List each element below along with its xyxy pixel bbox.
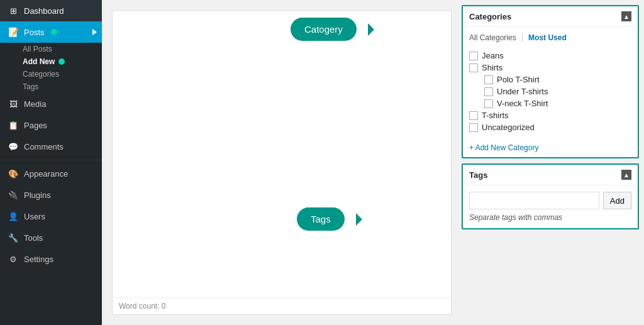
cursor-indicator (51, 29, 57, 35)
tags-panel-title: Tags (469, 170, 487, 180)
tools-icon: 🔧 (8, 232, 19, 243)
categories-scroll-up[interactable]: ▲ (621, 11, 631, 21)
sidebar-item-appearance[interactable]: 🎨 Appearance (0, 163, 102, 184)
category-item[interactable]: Jeans (469, 50, 631, 62)
tags-hint: Separate tags with commas (469, 209, 631, 222)
sidebar-label-posts: Posts (24, 28, 45, 37)
editor-area: Catogery Tags Word count: 0 (102, 0, 462, 325)
sidebar-label-plugins: Plugins (24, 190, 51, 200)
sidebar-item-tools[interactable]: 🔧 Tools (0, 227, 102, 248)
categories-tabs: All Categories | Most Used (463, 27, 638, 46)
sidebar-label-media: Media (24, 99, 46, 109)
right-panel: Categories ▲ All Categories | Most Used … (462, 0, 644, 325)
sidebar-item-users[interactable]: 👤 Users (0, 206, 102, 227)
category-checkbox[interactable] (469, 63, 478, 72)
add-new-cursor (58, 58, 65, 65)
tags-bubble: Tags (297, 207, 345, 231)
sidebar-divider-1 (0, 160, 102, 160)
sidebar-label-users: Users (24, 212, 45, 221)
sidebar: ⊞ Dashboard 📝 Posts All Posts Add New Ca… (0, 0, 102, 325)
categories-panel-title: Categories (469, 12, 511, 21)
sidebar-item-plugins[interactable]: 🔌 Plugins (0, 184, 102, 206)
category-item[interactable]: Under T-shirts (469, 85, 631, 97)
sidebar-label-comments: Comments (24, 142, 64, 151)
word-count: Word count: 0 (113, 297, 451, 314)
posts-icon: 📝 (8, 26, 19, 38)
category-item[interactable]: Shirts (469, 62, 631, 74)
content-area: Catogery Tags Word count: 0 Categories ▲… (102, 0, 644, 325)
sidebar-item-media[interactable]: 🖼 Media (0, 93, 102, 114)
media-icon: 🖼 (8, 98, 19, 109)
sidebar-label-pages: Pages (24, 121, 47, 130)
tags-body: Add Separate tags with commas (463, 185, 638, 228)
categories-panel: Categories ▲ All Categories | Most Used … (462, 5, 639, 158)
sidebar-sub-all-posts[interactable]: All Posts (0, 43, 102, 55)
editor-content[interactable] (113, 11, 451, 297)
category-label: Uncategorized (482, 123, 535, 132)
tags-input[interactable] (469, 192, 599, 209)
main-area: Catogery Tags Word count: 0 Categories ▲… (102, 0, 644, 325)
category-bubble: Catogery (291, 18, 357, 41)
settings-icon: ⚙ (8, 253, 19, 265)
tab-most-used[interactable]: Most Used (528, 32, 567, 43)
category-label: Jeans (482, 51, 504, 60)
category-label: Under T-shirts (497, 87, 548, 96)
category-label: V-neck T-Shirt (497, 99, 548, 108)
plugins-icon: 🔌 (8, 189, 19, 201)
category-checkbox[interactable] (469, 123, 478, 132)
tags-input-row: Add (469, 192, 631, 209)
category-checkbox[interactable] (484, 87, 493, 96)
tags-scroll-up[interactable]: ▲ (621, 170, 631, 180)
category-item[interactable]: V-neck T-Shirt (469, 97, 631, 109)
category-checkbox[interactable] (484, 75, 493, 84)
sidebar-sub-categories[interactable]: Categories (0, 68, 102, 80)
tags-add-button[interactable]: Add (603, 192, 631, 209)
comments-icon: 💬 (8, 141, 19, 152)
tab-all-categories[interactable]: All Categories (469, 32, 516, 43)
sidebar-label-tools: Tools (24, 233, 43, 243)
sidebar-item-comments[interactable]: 💬 Comments (0, 136, 102, 157)
pages-icon: 📋 (8, 119, 19, 131)
sidebar-sub-tags[interactable]: Tags (0, 80, 102, 93)
sidebar-item-dashboard[interactable]: ⊞ Dashboard (0, 0, 102, 21)
appearance-icon: 🎨 (8, 168, 19, 179)
category-list: JeansShirtsPolo T-ShirtUnder T-shirtsV-n… (463, 46, 638, 140)
category-item[interactable]: Polo T-Shirt (469, 74, 631, 85)
sidebar-item-settings[interactable]: ⚙ Settings (0, 248, 102, 270)
sidebar-item-pages[interactable]: 📋 Pages (0, 114, 102, 136)
add-new-category-link[interactable]: + Add New Category (463, 140, 638, 157)
sidebar-sub-add-new[interactable]: Add New (0, 55, 102, 68)
category-item[interactable]: T-shirts (469, 109, 631, 121)
sidebar-label-appearance: Appearance (24, 169, 68, 179)
category-checkbox[interactable] (469, 111, 478, 120)
sidebar-label-settings: Settings (24, 255, 53, 264)
users-icon: 👤 (8, 211, 19, 222)
editor-box[interactable]: Word count: 0 (112, 10, 452, 315)
categories-panel-header: Categories ▲ (463, 6, 638, 27)
dashboard-icon: ⊞ (8, 5, 19, 16)
category-label: Shirts (482, 63, 502, 72)
category-item[interactable]: Uncategorized (469, 121, 631, 133)
category-label: Polo T-Shirt (497, 75, 540, 84)
category-checkbox[interactable] (469, 52, 478, 60)
category-label: T-shirts (482, 111, 509, 120)
category-checkbox[interactable] (484, 99, 493, 108)
sidebar-item-posts[interactable]: 📝 Posts (0, 21, 102, 43)
sidebar-label-dashboard: Dashboard (24, 6, 64, 16)
tags-panel-header: Tags ▲ (463, 165, 638, 185)
posts-arrow (92, 29, 97, 35)
tags-panel: Tags ▲ Add Separate tags with commas (462, 163, 639, 229)
